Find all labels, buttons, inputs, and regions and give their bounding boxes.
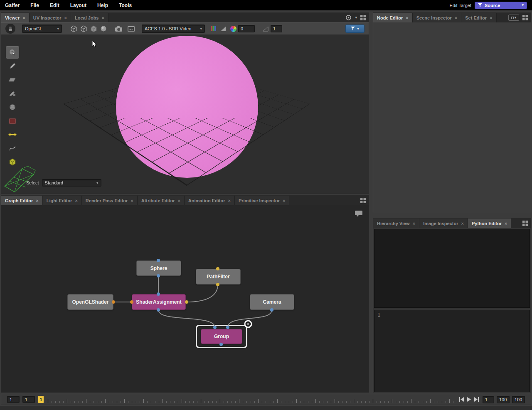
close-icon[interactable]: ×	[22, 15, 25, 20]
menu-help[interactable]: Help	[97, 2, 108, 8]
node-pathfilter[interactable]: PathFilter	[196, 269, 241, 285]
rotate-tool-button[interactable]	[6, 74, 19, 86]
translate-tool-button[interactable]	[6, 60, 19, 72]
range-end-field[interactable]: 100	[497, 396, 510, 403]
tab-render-pass-editor[interactable]: Render Pass Editor ×	[82, 196, 138, 205]
close-icon[interactable]: ×	[131, 198, 133, 203]
chevron-down-icon[interactable]: ▾	[355, 16, 357, 20]
tab-attribute-editor[interactable]: Attribute Editor ×	[138, 196, 185, 205]
camera-tool-button[interactable]	[6, 101, 19, 113]
edit-target-source-button[interactable]: Source ▾	[475, 2, 527, 9]
frame-field[interactable]: 1	[483, 396, 494, 403]
tab-uv-inspector[interactable]: UV Inspector ×	[30, 13, 71, 22]
drawing-mode-button[interactable]	[69, 24, 79, 33]
gamma-icon-button[interactable]	[261, 24, 271, 33]
menu-gaffer[interactable]: Gaffer	[5, 2, 20, 8]
menu-layout[interactable]: Layout	[70, 2, 86, 8]
chevron-down-icon: ▾	[200, 27, 202, 31]
next-frame-icon[interactable]	[474, 397, 479, 402]
close-icon[interactable]: ×	[75, 198, 77, 203]
tab-graph-editor[interactable]: Graph Editor ×	[1, 196, 43, 205]
close-icon[interactable]: ×	[406, 15, 408, 20]
close-icon[interactable]: ×	[490, 15, 492, 20]
prev-frame-icon[interactable]	[459, 397, 464, 402]
close-icon[interactable]: ×	[177, 198, 180, 203]
frame-ruler[interactable]	[48, 394, 455, 405]
tab-scene-inspector[interactable]: Scene Inspector ×	[413, 13, 461, 22]
node-camera[interactable]: Camera	[250, 294, 294, 310]
close-icon[interactable]: ×	[505, 221, 507, 226]
close-icon[interactable]: ×	[101, 15, 104, 20]
gamma-field[interactable]: 1	[271, 25, 282, 32]
funnel-icon	[351, 27, 355, 31]
camera-settings-button[interactable]	[113, 24, 123, 33]
play-icon[interactable]	[467, 397, 471, 402]
selection-tool-icon	[8, 48, 17, 56]
expansion-mode-button[interactable]	[79, 24, 89, 33]
select-mode-dropdown[interactable]: Standard ▾	[42, 179, 101, 187]
tab-label: Image Inspector	[423, 221, 458, 226]
tab-light-editor[interactable]: Light Editor ×	[43, 196, 82, 205]
lighting-mode-button[interactable]	[99, 24, 108, 33]
selection-tool-button[interactable]	[6, 47, 19, 58]
close-icon[interactable]: ×	[283, 198, 285, 203]
pin-editor-button[interactable]: ▾	[508, 15, 519, 21]
node-openglshader[interactable]: OpenGLShader	[67, 294, 113, 310]
menu-file[interactable]: File	[30, 2, 39, 8]
graph-editor-panel: Graph Editor × Light Editor × Render Pas…	[1, 195, 369, 393]
node-shaderassignment[interactable]: ShaderAssignment	[132, 294, 186, 310]
grid-layout-icon[interactable]	[522, 15, 528, 20]
colorspace-dropdown[interactable]: ACES 1.0 - SDR Video ▾	[142, 25, 205, 33]
annotation-icon[interactable]	[355, 210, 363, 217]
python-output-area[interactable]	[374, 229, 530, 308]
tab-set-editor[interactable]: Set Editor ×	[461, 13, 496, 22]
node-editor-tab-bar: Node Editor × Scene Inspector × Set Edit…	[373, 13, 531, 22]
current-frame-marker[interactable]: 1	[38, 396, 44, 403]
graph-canvas[interactable]: Sphere PathFilter OpenGLShader ShaderAss…	[1, 205, 369, 393]
close-icon[interactable]: ×	[64, 15, 67, 20]
python-input-area[interactable]: 1	[374, 310, 530, 392]
edit-scope-button[interactable]: ▾	[345, 25, 365, 33]
chevron-down-icon: ▾	[522, 3, 524, 7]
grid-layout-icon[interactable]	[360, 15, 366, 20]
playback-range-end-field[interactable]: 100	[512, 396, 525, 403]
exposure-icon-button[interactable]	[218, 24, 228, 33]
node-group[interactable]: Group	[201, 329, 242, 344]
grid-layout-icon[interactable]	[360, 198, 366, 203]
tab-hierarchy-view[interactable]: Hierarchy View ×	[373, 219, 419, 228]
shaded-sphere-icon	[100, 25, 107, 32]
render-view-button[interactable]	[126, 24, 136, 33]
curve-tool-button[interactable]	[6, 142, 19, 154]
close-icon[interactable]: ×	[36, 198, 38, 203]
tab-animation-editor[interactable]: Animation Editor ×	[185, 196, 235, 205]
scale-tool-button[interactable]	[6, 88, 19, 99]
viewer-viewport[interactable]: Select Standard ▾	[1, 35, 369, 194]
renderer-dropdown[interactable]: OpenGL ▾	[22, 25, 62, 33]
close-icon[interactable]: ×	[413, 221, 415, 226]
tab-python-editor[interactable]: Python Editor ×	[468, 219, 512, 228]
light-position-tool-button[interactable]	[6, 129, 19, 140]
close-icon[interactable]: ×	[228, 198, 230, 203]
shading-mode-button[interactable]	[89, 24, 99, 33]
grid-layout-icon[interactable]	[522, 221, 528, 226]
menu-tools[interactable]: Tools	[119, 2, 132, 8]
start-frame-field[interactable]: 1	[7, 396, 20, 403]
color-inspector-button[interactable]	[228, 24, 238, 33]
target-icon[interactable]	[345, 15, 352, 21]
menu-edit[interactable]: Edit	[50, 2, 59, 8]
exposure-field[interactable]: 0	[238, 25, 255, 32]
tab-node-editor[interactable]: Node Editor ×	[373, 13, 413, 22]
current-frame-field[interactable]: 1	[22, 396, 35, 403]
channel-select-button[interactable]	[208, 24, 218, 33]
exposure-value: 0	[241, 26, 243, 31]
python-editor-panel: Hierarchy View × Image Inspector × Pytho…	[373, 218, 531, 393]
close-icon[interactable]: ×	[461, 221, 463, 226]
tab-local-jobs[interactable]: Local Jobs ×	[71, 13, 108, 22]
node-sphere[interactable]: Sphere	[136, 260, 181, 276]
tab-image-inspector[interactable]: Image Inspector ×	[419, 219, 468, 228]
close-icon[interactable]: ×	[455, 15, 457, 20]
tab-primitive-inspector[interactable]: Primitive Inspector ×	[235, 196, 289, 205]
tab-viewer[interactable]: Viewer ×	[1, 13, 30, 22]
crop-window-tool-button[interactable]	[6, 115, 19, 127]
gaffer-grab-button[interactable]	[5, 24, 15, 34]
